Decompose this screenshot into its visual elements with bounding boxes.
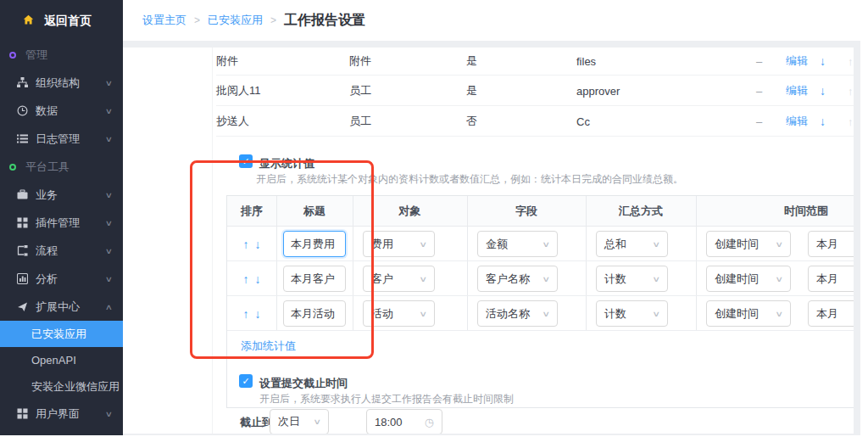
chevron-down-icon: ∨ [105,247,113,255]
move-down-arrow-icon[interactable]: ↓ [255,273,261,285]
sidebar-item-3[interactable]: 日志管理∨ [0,125,123,153]
sidebar-item-5[interactable]: 业务∨ [0,181,123,209]
field-select[interactable]: 活动名称∨ [477,300,558,327]
edit-link[interactable]: 编辑 [786,83,808,98]
sidebar-subitem-10[interactable]: 已安装应用 [0,321,123,347]
stat-title-input[interactable] [283,231,346,257]
range-select-value: 本月 [816,306,838,322]
edit-link[interactable]: 编辑 [786,53,808,69]
object-select[interactable]: 费用∨ [363,231,435,257]
summary-select[interactable]: 计数∨ [596,300,668,327]
breadcrumb-link-installed-apps[interactable]: 已安装应用 [208,13,263,28]
due-day-select[interactable]: 次日 ∨ [270,409,329,434]
move-down-arrow-icon[interactable]: ↓ [820,54,826,68]
chevron-down-icon: ∨ [105,219,113,227]
sidebar-item-6[interactable]: 插件管理∨ [0,209,123,237]
move-down-arrow-icon[interactable]: ↓ [255,238,261,250]
range-select[interactable]: 本月∨ [808,266,854,292]
field-row: 批阅人11员工是approver–编辑↓↑ [216,76,854,106]
breadcrumb: 设置主页 > 已安装应用 > 工作报告设置 [123,0,860,41]
sidebar-section-0: 管理 [0,41,123,69]
stats-table-header: 排序标题对象字段汇总方式时间范围 [227,196,854,227]
data-clock-icon [17,105,28,116]
stats-header-4: 汇总方式 [586,196,696,227]
column-divider [586,227,587,260]
deadline-checkbox[interactable] [239,374,253,388]
chevron-down-icon: ∨ [542,275,551,283]
due-time-value: 18:00 [375,416,403,428]
time-field-select[interactable]: 创建时间∨ [706,266,791,292]
chevron-down-icon: ∨ [776,275,784,283]
clipped-arrow-icon: ↑ [848,115,854,127]
stat-title-input[interactable] [283,300,346,327]
time-field-select[interactable]: 创建时间∨ [706,300,791,327]
sidebar-item-label: 用户界面 [36,406,80,422]
summary-select[interactable]: 总和∨ [596,231,668,257]
chevron-down-icon: ∨ [653,240,661,249]
field-select[interactable]: 客户名称∨ [477,266,558,292]
summary-select[interactable]: 计数∨ [596,266,668,292]
field-select-value: 金额 [486,237,508,252]
extension-icon [17,301,28,312]
show-stats-label: 显示统计值 [259,156,314,171]
due-time-input[interactable]: 18:00 ◷ [366,409,442,434]
field-api-name: Cc [576,115,590,127]
stats-header-2: 对象 [353,196,467,227]
chevron-down-icon: ∨ [105,107,113,115]
sidebar-item-8[interactable]: 分析∨ [0,265,123,293]
move-down-arrow-icon[interactable]: ↓ [255,308,261,320]
move-up-arrow-icon[interactable]: ↑ [243,238,249,250]
move-up-arrow-icon[interactable]: ↑ [243,308,249,320]
sidebar-item-9[interactable]: 扩展中心∧ [0,293,123,321]
sidebar-item-13[interactable]: 用户界面∨ [0,400,123,428]
range-select[interactable]: 本月∨ [808,231,854,257]
breadcrumb-link-settings-home[interactable]: 设置主页 [142,13,186,28]
stats-row: ↑↓客户∨客户名称∨计数∨创建时间∨本月∨ [227,261,854,296]
show-stats-description: 开启后，系统统计某个对象内的资料计数或者数值汇总，例如：统计本日完成的合同业绩总… [256,172,683,187]
stats-header-5: 时间范围 [696,196,854,227]
field-select[interactable]: 金额∨ [477,231,558,257]
column-divider [696,296,697,330]
column-divider [353,261,353,295]
chevron-down-icon: ∨ [105,79,113,87]
sidebar-subitem-12[interactable]: 安装企业微信应用 [0,373,123,400]
panel-divider [212,48,213,434]
deadline-label: 设置提交截止时间 [259,376,348,391]
add-stat-link[interactable]: 添加统计值 [241,339,296,354]
time-field-select[interactable]: 创建时间∨ [706,231,791,257]
edit-link[interactable]: 编辑 [786,114,808,129]
field-type: 员工 [349,83,371,98]
field-name: 批阅人11 [216,83,261,98]
stat-title-input[interactable] [283,266,346,292]
sidebar-menu: 管理组织结构∨数据∨日志管理∨平台工具业务∨插件管理∨流程∨分析∨扩展中心∧已安… [0,41,123,428]
move-down-arrow-icon[interactable]: ↓ [820,115,826,128]
move-up-arrow-icon[interactable]: ↑ [243,273,249,285]
field-type: 员工 [349,114,371,129]
object-select[interactable]: 活动∨ [363,300,435,327]
chevron-down-icon: ∨ [105,191,113,199]
object-select[interactable]: 客户∨ [363,266,435,292]
range-select[interactable]: 本月∨ [808,300,854,327]
sidebar-item-2[interactable]: 数据∨ [0,97,123,125]
sidebar-item-label: 流程 [36,244,58,259]
field-api-name: approver [576,84,620,97]
move-down-arrow-icon[interactable]: ↓ [820,84,826,98]
sidebar-item-7[interactable]: 流程∨ [0,237,123,265]
sidebar-item-1[interactable]: 组织结构∨ [0,69,123,97]
column-divider [467,261,468,295]
field-type: 附件 [349,53,371,69]
clock-icon: ◷ [425,416,434,428]
sidebar-subitem-11[interactable]: OpenAPI [0,347,123,373]
column-divider [467,296,468,330]
page-title: 工作报告设置 [284,12,365,30]
column-divider [353,196,353,226]
stats-header-1: 标题 [276,196,353,227]
sort-cell: ↑↓ [227,296,276,331]
stats-row: ↑↓活动∨活动名称∨计数∨创建时间∨本月∨ [227,296,854,331]
show-stats-checkbox[interactable] [239,154,253,168]
org-structure-icon [17,77,28,88]
column-divider [586,196,587,226]
column-divider [696,261,697,295]
sidebar-item-home[interactable]: 返回首页 [0,0,123,41]
chevron-down-icon: ∨ [420,310,428,318]
